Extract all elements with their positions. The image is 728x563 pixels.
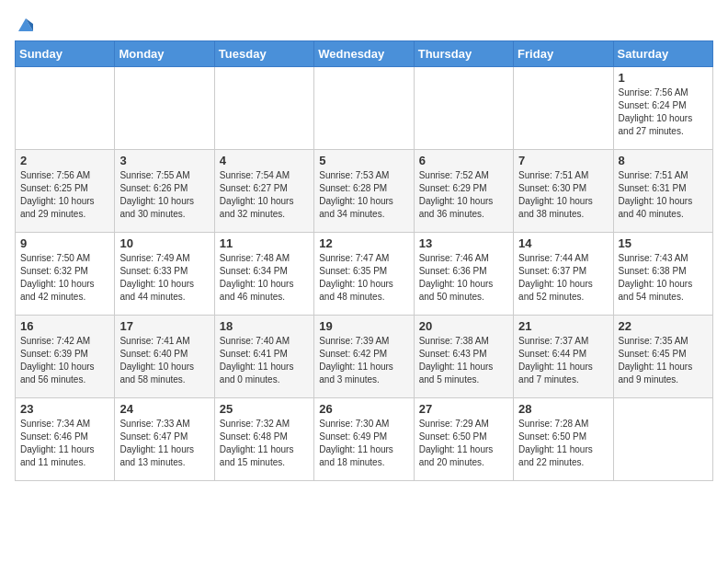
day-number: 22 [619, 319, 708, 333]
day-cell: 3Sunrise: 7:55 AM Sunset: 6:26 PM Daylig… [115, 150, 214, 233]
day-number: 13 [419, 236, 508, 250]
weekday-monday: Monday [115, 41, 214, 67]
day-cell: 11Sunrise: 7:48 AM Sunset: 6:34 PM Dayli… [214, 233, 313, 316]
day-cell: 9Sunrise: 7:50 AM Sunset: 6:32 PM Daylig… [16, 233, 115, 316]
weekday-saturday: Saturday [613, 41, 712, 67]
day-info: Sunrise: 7:29 AM Sunset: 6:50 PM Dayligh… [419, 418, 508, 469]
day-number: 1 [619, 71, 708, 85]
day-info: Sunrise: 7:50 AM Sunset: 6:32 PM Dayligh… [20, 252, 109, 304]
day-cell: 10Sunrise: 7:49 AM Sunset: 6:33 PM Dayli… [115, 233, 214, 316]
weekday-wednesday: Wednesday [314, 41, 414, 67]
day-number: 21 [518, 319, 608, 333]
week-row-1: 1Sunrise: 7:56 AM Sunset: 6:24 PM Daylig… [16, 67, 713, 150]
day-info: Sunrise: 7:52 AM Sunset: 6:29 PM Dayligh… [419, 169, 508, 221]
weekday-header-row: SundayMondayTuesdayWednesdayThursdayFrid… [16, 41, 713, 67]
day-number: 24 [119, 402, 209, 416]
day-cell: 12Sunrise: 7:47 AM Sunset: 6:35 PM Dayli… [314, 233, 414, 316]
day-number: 8 [619, 154, 708, 167]
day-info: Sunrise: 7:51 AM Sunset: 6:31 PM Dayligh… [619, 169, 708, 221]
day-number: 11 [220, 236, 309, 250]
day-info: Sunrise: 7:30 AM Sunset: 6:49 PM Dayligh… [319, 418, 408, 469]
day-cell: 18Sunrise: 7:40 AM Sunset: 6:41 PM Dayli… [214, 316, 313, 398]
day-info: Sunrise: 7:44 AM Sunset: 6:37 PM Dayligh… [518, 252, 608, 304]
day-cell [16, 67, 115, 150]
day-info: Sunrise: 7:37 AM Sunset: 6:44 PM Dayligh… [518, 335, 608, 386]
day-info: Sunrise: 7:46 AM Sunset: 6:36 PM Dayligh… [419, 252, 508, 304]
day-cell: 5Sunrise: 7:53 AM Sunset: 6:28 PM Daylig… [314, 150, 414, 233]
day-cell [414, 67, 513, 150]
weekday-tuesday: Tuesday [214, 41, 313, 67]
day-cell: 26Sunrise: 7:30 AM Sunset: 6:49 PM Dayli… [314, 398, 414, 481]
day-number: 10 [119, 236, 209, 250]
day-number: 27 [419, 402, 508, 416]
day-cell: 13Sunrise: 7:46 AM Sunset: 6:36 PM Dayli… [414, 233, 513, 316]
day-cell: 8Sunrise: 7:51 AM Sunset: 6:31 PM Daylig… [613, 150, 712, 233]
day-cell [613, 398, 712, 481]
week-row-4: 16Sunrise: 7:42 AM Sunset: 6:39 PM Dayli… [16, 316, 713, 398]
week-row-3: 9Sunrise: 7:50 AM Sunset: 6:32 PM Daylig… [16, 233, 713, 316]
day-cell: 16Sunrise: 7:42 AM Sunset: 6:39 PM Dayli… [16, 316, 115, 398]
day-info: Sunrise: 7:41 AM Sunset: 6:40 PM Dayligh… [119, 335, 209, 386]
day-cell: 7Sunrise: 7:51 AM Sunset: 6:30 PM Daylig… [514, 150, 613, 233]
day-cell: 27Sunrise: 7:29 AM Sunset: 6:50 PM Dayli… [414, 398, 513, 481]
day-cell [514, 67, 613, 150]
day-number: 4 [220, 154, 309, 167]
day-cell: 28Sunrise: 7:28 AM Sunset: 6:50 PM Dayli… [514, 398, 613, 481]
day-cell: 23Sunrise: 7:34 AM Sunset: 6:46 PM Dayli… [16, 398, 115, 481]
day-cell: 24Sunrise: 7:33 AM Sunset: 6:47 PM Dayli… [115, 398, 214, 481]
day-info: Sunrise: 7:39 AM Sunset: 6:42 PM Dayligh… [319, 335, 408, 386]
day-info: Sunrise: 7:43 AM Sunset: 6:38 PM Dayligh… [619, 252, 708, 304]
day-info: Sunrise: 7:55 AM Sunset: 6:26 PM Dayligh… [119, 169, 209, 221]
day-info: Sunrise: 7:54 AM Sunset: 6:27 PM Dayligh… [220, 169, 309, 221]
day-info: Sunrise: 7:48 AM Sunset: 6:34 PM Dayligh… [220, 252, 309, 304]
day-info: Sunrise: 7:47 AM Sunset: 6:35 PM Dayligh… [319, 252, 408, 304]
day-cell [314, 67, 414, 150]
weekday-thursday: Thursday [414, 41, 513, 67]
day-info: Sunrise: 7:32 AM Sunset: 6:48 PM Dayligh… [220, 418, 309, 469]
day-cell: 22Sunrise: 7:35 AM Sunset: 6:45 PM Dayli… [613, 316, 712, 398]
day-cell: 14Sunrise: 7:44 AM Sunset: 6:37 PM Dayli… [514, 233, 613, 316]
day-number: 16 [20, 319, 109, 333]
day-info: Sunrise: 7:56 AM Sunset: 6:24 PM Dayligh… [619, 86, 708, 138]
day-number: 26 [319, 402, 408, 416]
day-number: 19 [319, 319, 408, 333]
weekday-friday: Friday [514, 41, 613, 67]
day-cell: 6Sunrise: 7:52 AM Sunset: 6:29 PM Daylig… [414, 150, 513, 233]
day-number: 2 [20, 154, 109, 167]
day-cell: 17Sunrise: 7:41 AM Sunset: 6:40 PM Dayli… [115, 316, 214, 398]
day-number: 3 [119, 154, 209, 167]
day-info: Sunrise: 7:35 AM Sunset: 6:45 PM Dayligh… [619, 335, 708, 386]
day-cell: 19Sunrise: 7:39 AM Sunset: 6:42 PM Dayli… [314, 316, 414, 398]
day-cell: 15Sunrise: 7:43 AM Sunset: 6:38 PM Dayli… [613, 233, 712, 316]
day-number: 23 [20, 402, 109, 416]
page-header [15, 15, 713, 33]
day-cell: 20Sunrise: 7:38 AM Sunset: 6:43 PM Dayli… [414, 316, 513, 398]
day-number: 25 [220, 402, 309, 416]
logo-icon [17, 15, 35, 33]
day-number: 18 [220, 319, 309, 333]
day-number: 28 [518, 402, 608, 416]
day-number: 12 [319, 236, 408, 250]
day-info: Sunrise: 7:38 AM Sunset: 6:43 PM Dayligh… [419, 335, 508, 386]
day-number: 9 [20, 236, 109, 250]
calendar: SundayMondayTuesdayWednesdayThursdayFrid… [15, 40, 713, 481]
day-info: Sunrise: 7:33 AM Sunset: 6:47 PM Dayligh… [119, 418, 209, 469]
day-info: Sunrise: 7:40 AM Sunset: 6:41 PM Dayligh… [220, 335, 309, 386]
day-info: Sunrise: 7:34 AM Sunset: 6:46 PM Dayligh… [20, 418, 109, 469]
day-number: 15 [619, 236, 708, 250]
day-cell: 25Sunrise: 7:32 AM Sunset: 6:48 PM Dayli… [214, 398, 313, 481]
day-cell: 2Sunrise: 7:56 AM Sunset: 6:25 PM Daylig… [16, 150, 115, 233]
day-cell [214, 67, 313, 150]
day-info: Sunrise: 7:49 AM Sunset: 6:33 PM Dayligh… [119, 252, 209, 304]
day-number: 17 [119, 319, 209, 333]
day-info: Sunrise: 7:28 AM Sunset: 6:50 PM Dayligh… [518, 418, 608, 469]
logo [15, 15, 35, 33]
day-number: 5 [319, 154, 408, 167]
day-cell [115, 67, 214, 150]
day-cell: 21Sunrise: 7:37 AM Sunset: 6:44 PM Dayli… [514, 316, 613, 398]
day-info: Sunrise: 7:42 AM Sunset: 6:39 PM Dayligh… [20, 335, 109, 386]
day-info: Sunrise: 7:56 AM Sunset: 6:25 PM Dayligh… [20, 169, 109, 221]
day-cell: 4Sunrise: 7:54 AM Sunset: 6:27 PM Daylig… [214, 150, 313, 233]
day-number: 14 [518, 236, 608, 250]
day-cell: 1Sunrise: 7:56 AM Sunset: 6:24 PM Daylig… [613, 67, 712, 150]
